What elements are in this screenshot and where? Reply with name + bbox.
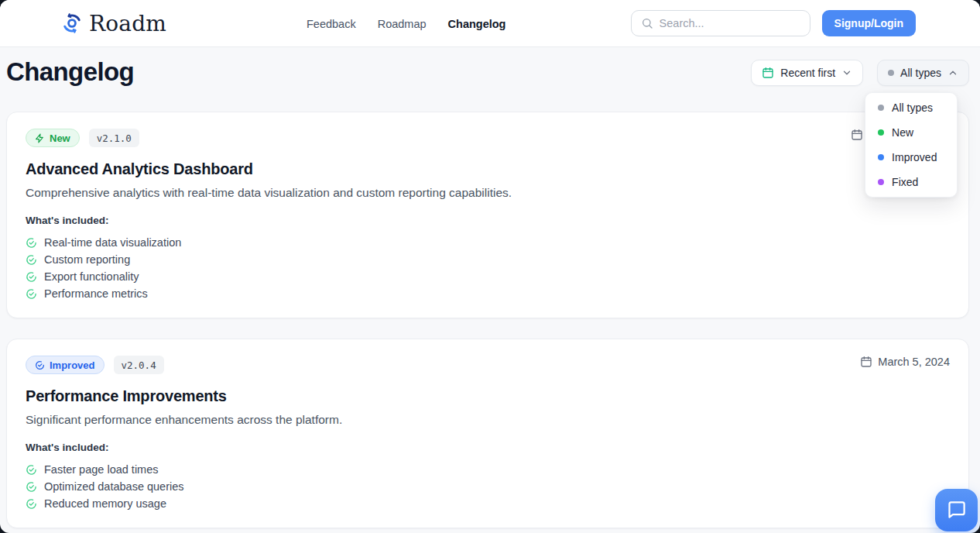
type-filter-dot-icon xyxy=(888,70,894,76)
sort-filter-label: Recent first xyxy=(780,67,835,79)
entry-date-label: March 5, 2024 xyxy=(878,356,950,368)
menu-item-improved[interactable]: Improved xyxy=(865,145,957,170)
sort-filter-button[interactable]: Recent first xyxy=(751,60,863,86)
badge-label: New xyxy=(50,132,70,144)
chat-widget-button[interactable] xyxy=(935,489,978,531)
type-dot-icon xyxy=(878,179,884,185)
nav-changelog[interactable]: Changelog xyxy=(448,18,506,30)
included-label: What's included: xyxy=(26,442,950,453)
feature-label: Export functionality xyxy=(44,270,139,283)
check-circle-icon xyxy=(35,360,45,370)
page-title: Changelog xyxy=(6,59,134,85)
filters: Recent first All types xyxy=(751,60,969,86)
check-circle-icon xyxy=(26,254,37,266)
feature-item: Optimized database queries xyxy=(26,478,950,495)
badge-row: Improved v2.0.4 xyxy=(26,356,950,374)
badge-label: Improved xyxy=(50,359,95,371)
entry-description: Comprehensive analytics with real-time d… xyxy=(26,186,950,200)
feature-label: Performance metrics xyxy=(44,287,148,300)
calendar-icon xyxy=(860,356,872,368)
new-badge: New xyxy=(26,129,80,147)
type-filter-menu: All types New Improved Fixed xyxy=(865,92,958,198)
changelog-entry: Improved v2.0.4 March 5, 2024 Performanc… xyxy=(6,339,969,528)
feature-list: Faster page load times Optimized databas… xyxy=(26,461,950,512)
feature-label: Custom reporting xyxy=(44,253,130,266)
nav-roadmap[interactable]: Roadmap xyxy=(378,18,427,30)
type-dot-icon xyxy=(878,105,884,111)
logo-sync-icon xyxy=(62,13,82,33)
feature-item: Faster page load times xyxy=(26,461,950,478)
calendar-icon xyxy=(762,67,774,79)
check-circle-icon xyxy=(26,498,37,510)
chat-bubble-icon xyxy=(946,500,967,521)
entry-title: Advanced Analytics Dashboard xyxy=(26,160,950,178)
changelog-list: New v2.1.0 Advanced Analytics Dashboard … xyxy=(0,86,980,528)
feature-label: Real-time data visualization xyxy=(44,236,181,249)
version-badge: v2.1.0 xyxy=(89,129,139,147)
improved-badge: Improved xyxy=(26,356,105,374)
check-circle-icon xyxy=(26,481,37,493)
check-circle-icon xyxy=(26,237,37,249)
type-filter: All types All types New xyxy=(877,60,969,86)
entry-date: March 5, 2024 xyxy=(860,356,950,368)
signup-login-button[interactable]: Signup/Login xyxy=(822,10,916,36)
menu-item-label: New xyxy=(892,126,913,139)
included-label: What's included: xyxy=(26,215,950,226)
search-input[interactable] xyxy=(660,17,800,29)
check-circle-icon xyxy=(26,464,37,476)
menu-item-label: Improved xyxy=(892,151,937,163)
logo[interactable]: Roadm xyxy=(62,11,166,36)
type-filter-label: All types xyxy=(900,67,941,79)
check-circle-icon xyxy=(26,271,37,283)
feature-item: Real-time data visualization xyxy=(26,234,950,251)
feature-item: Export functionality xyxy=(26,268,950,285)
type-dot-icon xyxy=(878,129,884,136)
feature-item: Custom reporting xyxy=(26,251,950,268)
menu-item-fixed[interactable]: Fixed xyxy=(865,170,957,194)
version-badge: v2.0.4 xyxy=(114,356,164,374)
feature-label: Faster page load times xyxy=(44,463,159,476)
site-header: Roadm Feedback Roadmap Changelog Signup/… xyxy=(0,0,980,47)
search-icon xyxy=(641,17,653,29)
page-head: Changelog Recent first xyxy=(0,47,980,86)
zap-icon xyxy=(35,133,45,143)
feature-item: Reduced memory usage xyxy=(26,495,950,512)
chevron-down-icon xyxy=(841,67,852,78)
main-nav: Feedback Roadmap Changelog xyxy=(307,0,505,47)
feature-list: Real-time data visualization Custom repo… xyxy=(26,234,950,302)
menu-item-all-types[interactable]: All types xyxy=(865,95,957,120)
check-circle-icon xyxy=(26,288,37,300)
type-filter-button[interactable]: All types xyxy=(877,60,969,86)
changelog-entry: New v2.1.0 Advanced Analytics Dashboard … xyxy=(6,112,969,318)
badge-row: New v2.1.0 xyxy=(26,129,950,147)
logo-text: Roadm xyxy=(89,11,166,36)
menu-item-new[interactable]: New xyxy=(865,120,957,145)
feature-label: Optimized database queries xyxy=(44,480,184,493)
feature-item: Performance metrics xyxy=(26,285,950,302)
search-box[interactable] xyxy=(631,10,810,36)
app-window: Roadm Feedback Roadmap Changelog Signup/… xyxy=(0,0,980,533)
header-right: Signup/Login xyxy=(631,10,916,36)
chevron-up-icon xyxy=(947,67,958,78)
entry-description: Significant performance enhancements acr… xyxy=(26,413,950,427)
entry-title: Performance Improvements xyxy=(26,387,950,405)
menu-item-label: All types xyxy=(892,101,933,114)
type-dot-icon xyxy=(878,154,884,160)
menu-item-label: Fixed xyxy=(892,176,918,188)
nav-feedback[interactable]: Feedback xyxy=(307,18,356,30)
calendar-icon xyxy=(851,129,863,141)
feature-label: Reduced memory usage xyxy=(44,497,166,510)
